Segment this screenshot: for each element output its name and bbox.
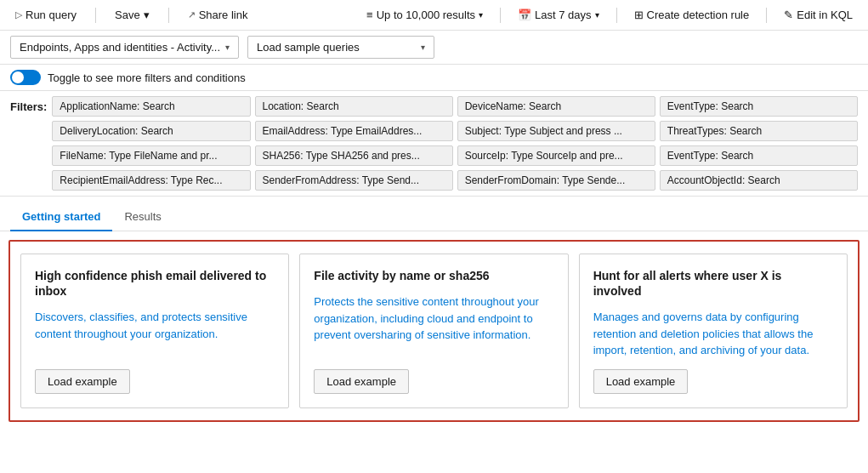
card-1: File activity by name or sha256Protects … bbox=[299, 254, 568, 408]
create-rule-button[interactable]: ⊞ Create detection rule bbox=[629, 5, 755, 25]
card-title-0: High confidence phish email delivered to… bbox=[35, 268, 275, 299]
rule-icon: ⊞ bbox=[634, 9, 644, 21]
filters-label: Filters: bbox=[10, 96, 47, 113]
filter-pill[interactable]: SHA256: Type SHA256 and pres... bbox=[255, 145, 453, 166]
endpoints-dropdown-label: Endpoints, Apps and identities - Activit… bbox=[20, 41, 220, 54]
divider-3 bbox=[500, 8, 501, 23]
sample-queries-dropdown[interactable]: Load sample queries ▾ bbox=[247, 36, 434, 59]
filter-pill[interactable]: RecipientEmailAddress: Type Rec... bbox=[52, 170, 250, 191]
tab-getting-started[interactable]: Getting started bbox=[10, 203, 112, 231]
results-limit-caret: ▾ bbox=[479, 10, 483, 20]
card-2: Hunt for all alerts where user X is invo… bbox=[579, 254, 848, 408]
filter-pill[interactable]: Subject: Type Subject and press ... bbox=[457, 121, 655, 141]
card-0: High confidence phish email delivered to… bbox=[20, 254, 289, 408]
filter-pill[interactable]: SenderFromAddress: Type Send... bbox=[255, 170, 453, 191]
card-title-1: File activity by name or sha256 bbox=[314, 268, 553, 283]
share-link-button[interactable]: ↗ Share link bbox=[183, 5, 253, 25]
sample-queries-caret: ▾ bbox=[421, 43, 425, 52]
filters-section: Filters: ApplicationName: SearchLocation… bbox=[0, 91, 868, 197]
dropdowns-row: Endpoints, Apps and identities - Activit… bbox=[0, 31, 868, 65]
run-query-label: Run query bbox=[26, 9, 77, 21]
edit-kql-button[interactable]: ✎ Edit in KQL bbox=[779, 5, 858, 25]
filters-grid: ApplicationName: SearchLocation: SearchD… bbox=[52, 96, 858, 191]
filter-pill[interactable]: ApplicationName: Search bbox=[52, 96, 250, 117]
edit-kql-label: Edit in KQL bbox=[797, 9, 853, 21]
toolbar: ▷ Run query Save ▾ ↗ Share link ≡ Up to … bbox=[0, 0, 868, 31]
card-load-button-1[interactable]: Load example bbox=[314, 369, 409, 394]
filter-pill[interactable]: DeliveryLocation: Search bbox=[52, 121, 250, 141]
toolbar-right: ≡ Up to 10,000 results ▾ 📅 Last 7 days ▾… bbox=[361, 5, 858, 25]
create-rule-label: Create detection rule bbox=[647, 9, 750, 21]
tab-results[interactable]: Results bbox=[112, 203, 173, 231]
filter-pill[interactable]: AccountObjectId: Search bbox=[660, 170, 858, 191]
toggle-row: Toggle to see more filters and condition… bbox=[0, 65, 868, 91]
card-desc-0: Discovers, classifies, and protects sens… bbox=[35, 309, 275, 359]
card-title-2: Hunt for all alerts where user X is invo… bbox=[593, 268, 833, 299]
toggle-label: Toggle to see more filters and condition… bbox=[48, 71, 246, 84]
share-link-label: Share link bbox=[199, 9, 248, 21]
filter-pill[interactable]: EventType: Search bbox=[660, 145, 858, 166]
cards-grid: High confidence phish email delivered to… bbox=[20, 254, 848, 408]
filters-row: Filters: ApplicationName: SearchLocation… bbox=[10, 96, 858, 191]
card-load-button-2[interactable]: Load example bbox=[593, 369, 689, 394]
filter-pill[interactable]: FileName: Type FileName and pr... bbox=[52, 145, 250, 166]
sample-queries-label: Load sample queries bbox=[257, 41, 416, 54]
results-limit-label: Up to 10,000 results bbox=[377, 9, 475, 21]
time-range-label: Last 7 days bbox=[535, 9, 592, 21]
results-limit-button[interactable]: ≡ Up to 10,000 results ▾ bbox=[361, 5, 488, 25]
toggle-switch[interactable] bbox=[10, 70, 41, 85]
divider-1 bbox=[95, 8, 96, 23]
save-caret-icon: ▾ bbox=[144, 9, 150, 21]
card-desc-1: Protects the sensitive content throughou… bbox=[314, 293, 553, 359]
filter-pill[interactable]: ThreatTypes: Search bbox=[660, 121, 858, 141]
endpoints-dropdown-caret: ▾ bbox=[225, 43, 230, 52]
play-icon: ▷ bbox=[15, 9, 22, 20]
filter-pill[interactable]: SenderFromDomain: Type Sende... bbox=[457, 170, 655, 191]
time-range-caret: ▾ bbox=[595, 10, 599, 20]
filter-pill[interactable]: EventType: Search bbox=[660, 96, 858, 117]
edit-icon: ✎ bbox=[784, 9, 793, 21]
cards-area: High confidence phish email delivered to… bbox=[9, 240, 859, 422]
card-desc-2: Manages and governs data by configuring … bbox=[593, 309, 833, 359]
calendar-icon: 📅 bbox=[518, 9, 531, 21]
share-icon: ↗ bbox=[188, 9, 196, 20]
filter-pill[interactable]: EmailAddress: Type EmailAddres... bbox=[255, 121, 453, 141]
save-label: Save bbox=[115, 9, 140, 21]
save-button[interactable]: Save ▾ bbox=[110, 5, 155, 25]
divider-5 bbox=[766, 8, 767, 23]
tabs-row: Getting started Results bbox=[0, 203, 868, 231]
filter-pill[interactable]: SourceIp: Type SourceIp and pre... bbox=[457, 145, 655, 166]
card-load-button-0[interactable]: Load example bbox=[35, 369, 130, 394]
filter-pill[interactable]: DeviceName: Search bbox=[457, 96, 655, 117]
time-range-button[interactable]: 📅 Last 7 days ▾ bbox=[513, 5, 604, 25]
filter-pill[interactable]: Location: Search bbox=[255, 96, 453, 117]
run-query-button[interactable]: ▷ Run query bbox=[10, 5, 82, 25]
divider-4 bbox=[616, 8, 617, 23]
results-limit-icon: ≡ bbox=[366, 9, 373, 21]
endpoints-dropdown[interactable]: Endpoints, Apps and identities - Activit… bbox=[10, 36, 239, 59]
divider-2 bbox=[168, 8, 169, 23]
